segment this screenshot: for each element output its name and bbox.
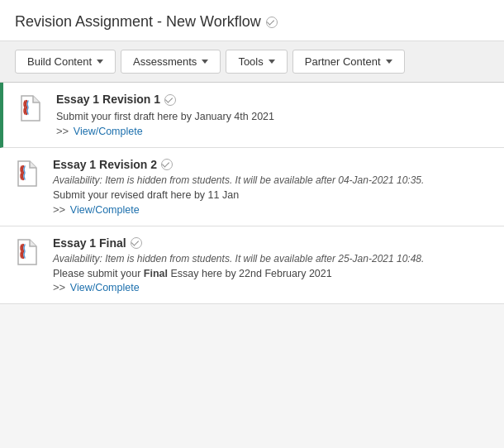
title-check-icon [266, 17, 278, 28]
item-link-row-1: >> View/Complete [56, 125, 492, 137]
item-body-1: Essay 1 Revision 1 Submit your first dra… [56, 93, 492, 137]
assessments-button[interactable]: Assessments [121, 50, 221, 74]
arrow-prefix-3: >> [53, 281, 69, 293]
toolbar: Build Content Assessments Tools Partner … [0, 41, 504, 83]
partner-content-chevron-icon [386, 60, 392, 64]
item-link-row-2: >> View/Complete [53, 203, 492, 216]
build-content-chevron-icon [97, 60, 103, 64]
item-body-2: Essay 1 Revision 2 Availability: Item is… [53, 158, 492, 216]
item-link-3[interactable]: View/Complete [70, 282, 140, 293]
item-desc-suffix-3: Essay here by 22nd February 2021 [168, 268, 332, 279]
item-icon-3 [12, 236, 43, 268]
item-title-2: Essay 1 Revision 2 [53, 158, 492, 171]
tools-button[interactable]: Tools [226, 50, 287, 74]
content-list: Essay 1 Revision 1 Submit your first dra… [0, 83, 504, 304]
item-title-1: Essay 1 Revision 1 [56, 93, 492, 106]
item-title-text-2: Essay 1 Revision 2 [53, 158, 157, 171]
item-link-1[interactable]: View/Complete [74, 126, 143, 137]
assignment-icon-2 [13, 160, 41, 188]
arrow-prefix-2: >> [53, 203, 69, 216]
build-content-label: Build Content [27, 55, 92, 68]
item-title-3: Essay 1 Final [53, 236, 492, 250]
partner-content-label: Partner Content [305, 55, 381, 68]
item-availability-text-2: Availability: Item is hidden from studen… [53, 174, 424, 186]
item-availability-2: Availability: Item is hidden from studen… [53, 174, 492, 186]
item-link-2[interactable]: View/Complete [70, 204, 140, 216]
assignment-icon-3 [13, 238, 41, 266]
item-check-icon-1 [164, 94, 176, 106]
item-desc-prefix-3: Please submit your [53, 268, 144, 279]
item-title-text-1: Essay 1 Revision 1 [56, 93, 160, 106]
item-availability-3: Availability: Item is hidden from studen… [53, 253, 492, 265]
arrow-prefix-1: >> [56, 125, 72, 137]
item-check-icon-2 [161, 159, 173, 170]
build-content-button[interactable]: Build Content [15, 50, 116, 74]
item-icon-1 [15, 93, 46, 124]
list-item: Essay 1 Final Availability: Item is hidd… [0, 226, 504, 305]
assessments-chevron-icon [202, 60, 208, 64]
assessments-label: Assessments [133, 55, 197, 68]
tools-label: Tools [238, 55, 263, 68]
item-desc-text-1: Submit your first draft here by January … [56, 111, 274, 122]
list-item: Essay 1 Revision 1 Submit your first dra… [0, 83, 504, 148]
page-title: Revision Assignment - New Workflow [15, 13, 489, 31]
item-desc-text-2: Submit your revised draft here by 11 Jan [53, 189, 239, 201]
item-availability-text-3: Availability: Item is hidden from studen… [53, 253, 424, 265]
item-link-row-3: >> View/Complete [53, 281, 492, 293]
page-title-text: Revision Assignment - New Workflow [15, 13, 261, 31]
item-check-icon-3 [131, 237, 142, 249]
item-body-3: Essay 1 Final Availability: Item is hidd… [53, 236, 492, 294]
item-desc-3: Please submit your Final Essay here by 2… [53, 266, 492, 282]
item-title-text-3: Essay 1 Final [53, 236, 126, 250]
item-desc-bold-3: Final [144, 268, 168, 279]
item-desc-2: Submit your revised draft here by 11 Jan [53, 188, 492, 203]
item-desc-1: Submit your first draft here by January … [56, 109, 492, 125]
page-header: Revision Assignment - New Workflow [0, 0, 504, 41]
list-item: Essay 1 Revision 2 Availability: Item is… [0, 148, 504, 226]
partner-content-button[interactable]: Partner Content [292, 50, 405, 74]
item-icon-2 [12, 158, 43, 189]
assignment-icon [17, 94, 45, 122]
tools-chevron-icon [269, 60, 275, 64]
